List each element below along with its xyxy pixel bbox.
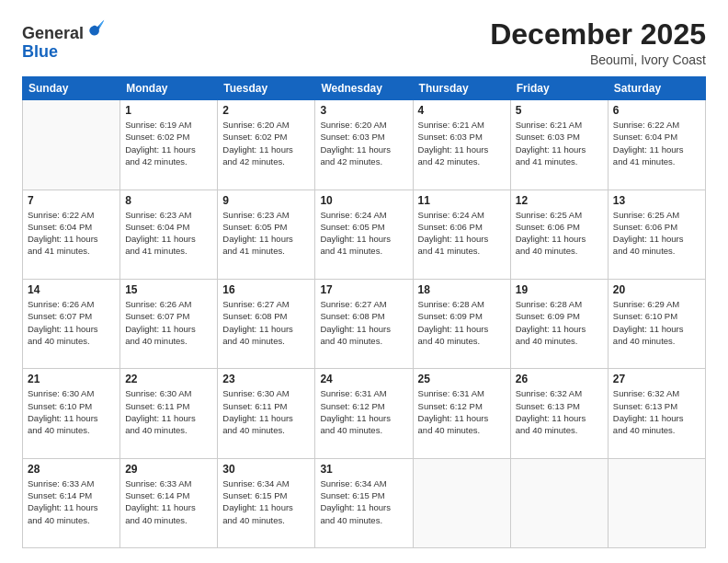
day-number: 5 [516, 104, 603, 117]
day-number: 13 [613, 194, 700, 207]
day-info: Sunrise: 6:21 AM Sunset: 6:03 PM Dayligh… [516, 119, 603, 167]
calendar-cell: 4Sunrise: 6:21 AM Sunset: 6:03 PM Daylig… [413, 100, 510, 190]
day-info: Sunrise: 6:23 AM Sunset: 6:05 PM Dayligh… [222, 209, 310, 258]
day-info: Sunrise: 6:30 AM Sunset: 6:10 PM Dayligh… [28, 387, 115, 436]
calendar-cell: 10Sunrise: 6:24 AM Sunset: 6:05 PM Dayli… [315, 190, 413, 279]
day-number: 3 [320, 104, 407, 117]
day-header-saturday: Saturday [608, 77, 705, 100]
calendar-cell: 25Sunrise: 6:31 AM Sunset: 6:12 PM Dayli… [413, 369, 510, 458]
calendar-cell: 24Sunrise: 6:31 AM Sunset: 6:12 PM Dayli… [315, 369, 413, 458]
day-number: 21 [28, 373, 115, 385]
day-info: Sunrise: 6:22 AM Sunset: 6:04 PM Dayligh… [28, 209, 115, 258]
day-number: 30 [222, 463, 310, 476]
day-number: 24 [320, 373, 407, 385]
calendar-cell: 27Sunrise: 6:32 AM Sunset: 6:13 PM Dayli… [608, 369, 705, 458]
day-info: Sunrise: 6:22 AM Sunset: 6:04 PM Dayligh… [613, 119, 700, 167]
week-row-1: 1Sunrise: 6:19 AM Sunset: 6:02 PM Daylig… [23, 100, 706, 190]
day-info: Sunrise: 6:23 AM Sunset: 6:04 PM Dayligh… [125, 209, 212, 258]
calendar-cell: 31Sunrise: 6:34 AM Sunset: 6:15 PM Dayli… [315, 458, 413, 547]
page: General Blue December 2025 Beoumi, Ivory… [0, 0, 728, 563]
calendar-cell: 12Sunrise: 6:25 AM Sunset: 6:06 PM Dayli… [510, 190, 608, 279]
day-info: Sunrise: 6:24 AM Sunset: 6:05 PM Dayligh… [320, 209, 407, 258]
day-number: 2 [222, 104, 310, 117]
calendar-cell: 23Sunrise: 6:30 AM Sunset: 6:11 PM Dayli… [218, 369, 315, 458]
day-header-monday: Monday [120, 77, 218, 100]
day-info: Sunrise: 6:27 AM Sunset: 6:08 PM Dayligh… [320, 298, 407, 347]
day-header-tuesday: Tuesday [218, 77, 315, 100]
calendar-cell: 17Sunrise: 6:27 AM Sunset: 6:08 PM Dayli… [315, 279, 413, 368]
logo: General Blue [22, 22, 106, 62]
day-number: 11 [418, 194, 506, 207]
title-block: December 2025 Beoumi, Ivory Coast [490, 18, 706, 67]
location: Beoumi, Ivory Coast [490, 52, 706, 67]
calendar-cell: 16Sunrise: 6:27 AM Sunset: 6:08 PM Dayli… [218, 279, 315, 368]
calendar-cell: 3Sunrise: 6:20 AM Sunset: 6:03 PM Daylig… [315, 100, 413, 190]
day-number: 7 [28, 194, 115, 207]
day-number: 14 [28, 283, 115, 296]
day-info: Sunrise: 6:30 AM Sunset: 6:11 PM Dayligh… [125, 387, 212, 436]
calendar-cell [413, 458, 510, 547]
day-info: Sunrise: 6:34 AM Sunset: 6:15 PM Dayligh… [320, 477, 407, 526]
day-info: Sunrise: 6:21 AM Sunset: 6:03 PM Dayligh… [418, 119, 506, 167]
day-number: 12 [516, 194, 603, 207]
day-number: 27 [613, 373, 700, 385]
calendar-cell: 29Sunrise: 6:33 AM Sunset: 6:14 PM Dayli… [120, 458, 218, 547]
day-number: 9 [222, 194, 310, 207]
day-info: Sunrise: 6:30 AM Sunset: 6:11 PM Dayligh… [222, 387, 310, 436]
header-row: SundayMondayTuesdayWednesdayThursdayFrid… [23, 77, 706, 100]
week-row-3: 14Sunrise: 6:26 AM Sunset: 6:07 PM Dayli… [23, 279, 706, 368]
week-row-5: 28Sunrise: 6:33 AM Sunset: 6:14 PM Dayli… [23, 458, 706, 547]
day-info: Sunrise: 6:28 AM Sunset: 6:09 PM Dayligh… [516, 298, 603, 347]
day-info: Sunrise: 6:33 AM Sunset: 6:14 PM Dayligh… [125, 477, 212, 526]
day-info: Sunrise: 6:28 AM Sunset: 6:09 PM Dayligh… [418, 298, 506, 347]
day-header-thursday: Thursday [413, 77, 510, 100]
day-number: 22 [125, 373, 212, 385]
day-info: Sunrise: 6:27 AM Sunset: 6:08 PM Dayligh… [222, 298, 310, 347]
day-number: 23 [222, 373, 310, 385]
calendar-cell [23, 100, 120, 190]
calendar-cell: 8Sunrise: 6:23 AM Sunset: 6:04 PM Daylig… [120, 190, 218, 279]
day-number: 1 [125, 104, 212, 117]
calendar-cell: 9Sunrise: 6:23 AM Sunset: 6:05 PM Daylig… [218, 190, 315, 279]
calendar-cell: 13Sunrise: 6:25 AM Sunset: 6:06 PM Dayli… [608, 190, 705, 279]
day-info: Sunrise: 6:32 AM Sunset: 6:13 PM Dayligh… [613, 387, 700, 436]
day-info: Sunrise: 6:25 AM Sunset: 6:06 PM Dayligh… [516, 209, 603, 258]
day-header-wednesday: Wednesday [315, 77, 413, 100]
day-number: 28 [28, 463, 115, 476]
day-header-sunday: Sunday [23, 77, 120, 100]
calendar-cell: 19Sunrise: 6:28 AM Sunset: 6:09 PM Dayli… [510, 279, 608, 368]
day-info: Sunrise: 6:19 AM Sunset: 6:02 PM Dayligh… [125, 119, 212, 167]
day-info: Sunrise: 6:20 AM Sunset: 6:03 PM Dayligh… [320, 119, 407, 167]
day-info: Sunrise: 6:31 AM Sunset: 6:12 PM Dayligh… [418, 387, 506, 436]
day-info: Sunrise: 6:29 AM Sunset: 6:10 PM Dayligh… [613, 298, 700, 347]
calendar-cell: 22Sunrise: 6:30 AM Sunset: 6:11 PM Dayli… [120, 369, 218, 458]
day-number: 19 [516, 283, 603, 296]
day-number: 16 [222, 283, 310, 296]
calendar-cell: 21Sunrise: 6:30 AM Sunset: 6:10 PM Dayli… [23, 369, 120, 458]
calendar-cell: 18Sunrise: 6:28 AM Sunset: 6:09 PM Dayli… [413, 279, 510, 368]
logo-bird-icon [85, 18, 106, 39]
day-info: Sunrise: 6:34 AM Sunset: 6:15 PM Dayligh… [222, 477, 310, 526]
logo-blue-text: Blue [22, 42, 58, 61]
calendar-cell: 30Sunrise: 6:34 AM Sunset: 6:15 PM Dayli… [218, 458, 315, 547]
day-number: 17 [320, 283, 407, 296]
day-number: 25 [418, 373, 506, 385]
day-number: 26 [516, 373, 603, 385]
calendar-cell: 28Sunrise: 6:33 AM Sunset: 6:14 PM Dayli… [23, 458, 120, 547]
day-info: Sunrise: 6:33 AM Sunset: 6:14 PM Dayligh… [28, 477, 115, 526]
calendar-cell: 6Sunrise: 6:22 AM Sunset: 6:04 PM Daylig… [608, 100, 705, 190]
day-number: 10 [320, 194, 407, 207]
calendar-cell: 14Sunrise: 6:26 AM Sunset: 6:07 PM Dayli… [23, 279, 120, 368]
header: General Blue December 2025 Beoumi, Ivory… [22, 18, 706, 67]
day-info: Sunrise: 6:32 AM Sunset: 6:13 PM Dayligh… [516, 387, 603, 436]
day-info: Sunrise: 6:25 AM Sunset: 6:06 PM Dayligh… [613, 209, 700, 258]
day-info: Sunrise: 6:24 AM Sunset: 6:06 PM Dayligh… [418, 209, 506, 258]
logo-general-text: General [22, 24, 84, 42]
day-number: 15 [125, 283, 212, 296]
day-info: Sunrise: 6:26 AM Sunset: 6:07 PM Dayligh… [125, 298, 212, 347]
calendar-cell: 15Sunrise: 6:26 AM Sunset: 6:07 PM Dayli… [120, 279, 218, 368]
day-info: Sunrise: 6:20 AM Sunset: 6:02 PM Dayligh… [222, 119, 310, 167]
calendar-cell: 11Sunrise: 6:24 AM Sunset: 6:06 PM Dayli… [413, 190, 510, 279]
calendar-cell: 7Sunrise: 6:22 AM Sunset: 6:04 PM Daylig… [23, 190, 120, 279]
day-number: 8 [125, 194, 212, 207]
